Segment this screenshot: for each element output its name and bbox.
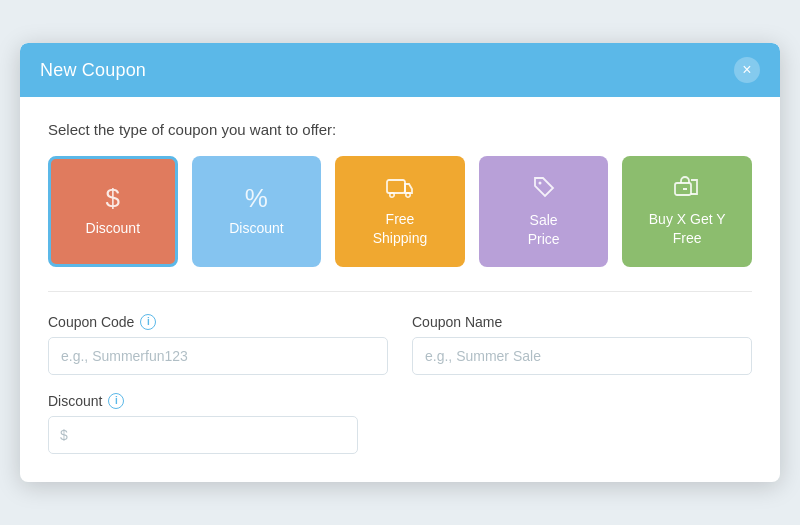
coupon-name-label: Coupon Name [412,314,752,330]
coupon-type-free-shipping[interactable]: FreeShipping [335,156,465,266]
discount-info-icon[interactable]: i [108,393,124,409]
discount-row: Discount i $ [48,393,752,454]
section-divider [48,291,752,292]
coupon-name-input[interactable] [412,337,752,375]
coupon-type-buy-x-get-y[interactable]: Buy X Get YFree [622,156,752,266]
coupon-code-label: Coupon Code i [48,314,388,330]
new-coupon-modal: New Coupon × Select the type of coupon y… [20,43,780,481]
shipping-icon [386,176,414,202]
modal-body: Select the type of coupon you want to of… [20,97,780,481]
coupon-type-sale-price[interactable]: SalePrice [479,156,609,266]
svg-point-2 [406,193,410,197]
code-name-row: Coupon Code i Coupon Name [48,314,752,375]
dollar-prefix: $ [60,427,68,443]
coupon-code-group: Coupon Code i [48,314,388,375]
sale-label: SalePrice [528,211,560,247]
shipping-label: FreeShipping [373,210,428,246]
sale-icon [532,175,556,203]
svg-point-3 [538,182,541,185]
buyx-label: Buy X Get YFree [649,210,726,246]
modal-header: New Coupon × [20,43,780,97]
discount-group: Discount i $ [48,393,358,454]
coupon-type-dollar[interactable]: $ Discount [48,156,178,266]
percent-icon: % [245,185,268,211]
coupon-name-group: Coupon Name [412,314,752,375]
coupon-type-percent[interactable]: % Discount [192,156,322,266]
coupon-code-input[interactable] [48,337,388,375]
coupon-type-prompt: Select the type of coupon you want to of… [48,121,752,138]
discount-label: Discount i [48,393,358,409]
discount-input-wrapper: $ [48,416,358,454]
close-button[interactable]: × [734,57,760,83]
buyx-icon [673,176,701,202]
dollar-label: Discount [86,219,140,237]
coupon-type-selector: $ Discount % Discount FreeShipping [48,156,752,266]
svg-point-1 [390,193,394,197]
percent-label: Discount [229,219,283,237]
coupon-code-info-icon[interactable]: i [140,314,156,330]
modal-title: New Coupon [40,60,146,81]
svg-rect-0 [387,180,405,193]
discount-input[interactable] [48,416,358,454]
dollar-icon: $ [106,185,120,211]
